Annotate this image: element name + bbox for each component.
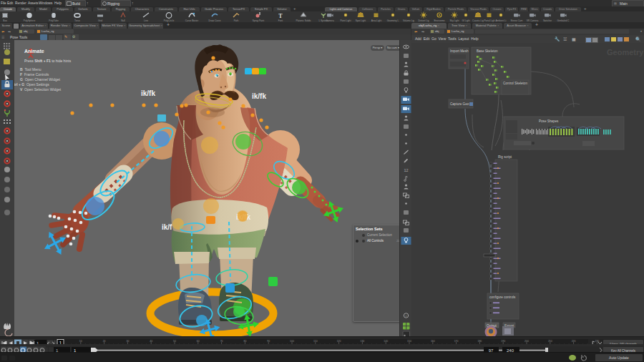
- svg-text:130: 130: [360, 340, 364, 343]
- svg-text:200: 200: [525, 340, 529, 343]
- svg-text:ik/f: ik/f: [162, 223, 172, 231]
- svg-text:160: 160: [431, 340, 435, 343]
- svg-text:180: 180: [477, 340, 482, 343]
- svg-text:Geometry: Geometry: [607, 48, 644, 57]
- svg-text:80: 80: [243, 340, 246, 343]
- svg-text:210: 210: [548, 340, 552, 343]
- svg-text:Pose Shapes: Pose Shapes: [539, 119, 559, 123]
- svg-text:ik/fk: ik/fk: [252, 92, 266, 100]
- svg-text:ik/fk: ik/fk: [141, 89, 155, 97]
- svg-text:40: 40: [150, 340, 152, 343]
- svg-text:Control Skeleton: Control Skeleton: [503, 82, 527, 85]
- svg-text:90: 90: [267, 340, 270, 343]
- svg-text:120: 120: [337, 340, 341, 343]
- svg-text:10: 10: [79, 340, 82, 343]
- svg-text:configure controls: configure controls: [489, 295, 516, 299]
- svg-text:Capture Geo: Capture Geo: [450, 102, 469, 106]
- svg-text:60: 60: [197, 340, 200, 343]
- svg-text:Auto Update: Auto Update: [609, 356, 629, 360]
- svg-text:20: 20: [103, 340, 106, 343]
- svg-text:Base Skeleton: Base Skeleton: [477, 49, 498, 53]
- svg-text:30: 30: [126, 340, 129, 343]
- svg-text:50: 50: [173, 340, 176, 343]
- svg-text:i: i: [406, 314, 407, 318]
- svg-text:170: 170: [454, 340, 459, 343]
- svg-text:150: 150: [407, 340, 411, 343]
- svg-text:190: 190: [501, 340, 505, 343]
- svg-text:Import Mesh: Import Mesh: [450, 49, 469, 53]
- svg-text:110: 110: [313, 340, 318, 343]
- svg-text:12: 12: [404, 168, 408, 172]
- svg-text:Rig script: Rig script: [498, 155, 512, 159]
- svg-text:220: 220: [572, 340, 576, 343]
- svg-text:70: 70: [220, 340, 223, 343]
- svg-text:140: 140: [384, 340, 388, 343]
- svg-text:100: 100: [290, 340, 294, 343]
- svg-text:T: T: [278, 13, 283, 19]
